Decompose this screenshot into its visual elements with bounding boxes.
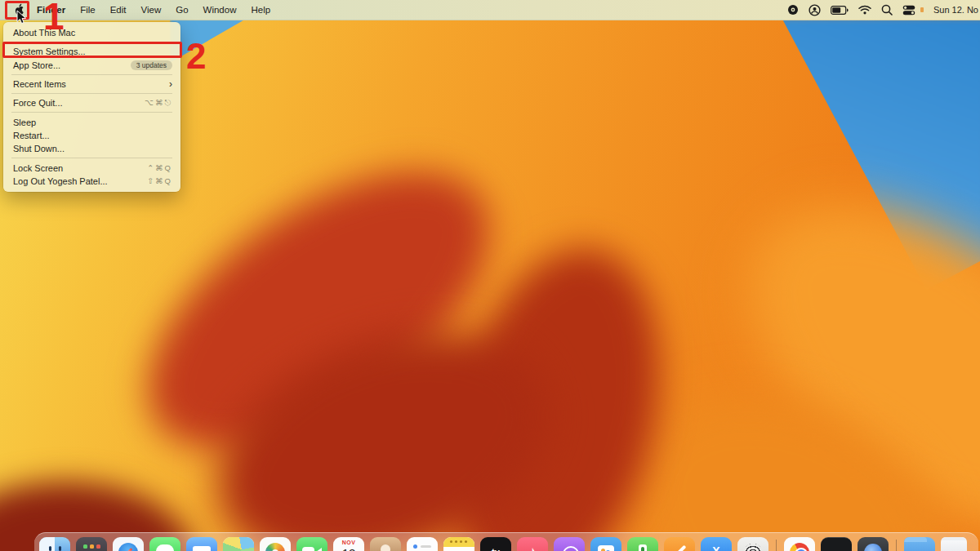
- dock-fingerprint-app-icon[interactable]: [737, 537, 768, 551]
- menu-bar-left: FinderFileEditViewGoWindowHelp: [0, 3, 278, 16]
- menu-separator: [11, 112, 172, 113]
- menu-item-label: Force Quit...: [13, 98, 63, 108]
- screen-recording-indicator-icon[interactable]: [787, 4, 799, 16]
- control-center-icon[interactable]: [902, 5, 915, 16]
- notification-dot-icon: [920, 7, 924, 12]
- dock: NOV12tv: [34, 532, 978, 551]
- mouse-cursor: [16, 10, 27, 24]
- dock-weather-icon[interactable]: [590, 537, 621, 551]
- menu-item-label: Shut Down...: [13, 144, 65, 153]
- dock-music-icon[interactable]: [517, 537, 548, 551]
- menubar-item-go[interactable]: Go: [168, 5, 195, 15]
- dock-contacts-icon[interactable]: [370, 537, 401, 551]
- keyboard-shortcut: ⌥⌘⎋: [145, 98, 172, 108]
- updates-badge: 3 updates: [131, 60, 172, 70]
- dock-launchpad-icon[interactable]: [76, 537, 107, 551]
- spotlight-search-icon[interactable]: [881, 4, 893, 16]
- menu-separator: [11, 93, 172, 94]
- menu-item-app-store[interactable]: App Store...3 updates: [3, 59, 180, 72]
- dock-separator: [896, 540, 897, 551]
- dock-photos-icon[interactable]: [260, 537, 291, 551]
- menu-item-shut-down[interactable]: Shut Down...: [3, 142, 180, 155]
- menubar-item-window[interactable]: Window: [196, 5, 244, 15]
- dock-mail-icon[interactable]: [186, 537, 217, 551]
- dock-messages-icon[interactable]: [149, 537, 180, 551]
- menu-item-sleep[interactable]: Sleep: [3, 115, 180, 128]
- menu-item-label: Recent Items: [13, 79, 66, 89]
- dock-separator: [776, 540, 777, 551]
- menu-item-label: App Store...: [13, 60, 60, 70]
- annotation-box-step2: [2, 42, 182, 58]
- calendar-month-label: NOV: [333, 540, 364, 545]
- dock-notes-icon[interactable]: [443, 537, 474, 551]
- annotation-number-1: 1: [43, 0, 65, 35]
- submenu-chevron-icon: ›: [169, 79, 172, 89]
- dock-podcasts-icon[interactable]: [554, 537, 585, 551]
- dock-facetime-icon[interactable]: [296, 537, 327, 551]
- menubar-item-view[interactable]: View: [134, 5, 169, 15]
- menu-bar-clock[interactable]: Sun 12. No: [933, 5, 978, 15]
- dock-blue-circle-app-icon[interactable]: [858, 537, 889, 551]
- battery-icon[interactable]: [831, 6, 849, 15]
- menu-item-label: Sleep: [13, 118, 36, 127]
- menu-bar: FinderFileEditViewGoWindowHelp: [0, 0, 980, 20]
- dock-reminders-icon[interactable]: [407, 537, 438, 551]
- menu-separator: [11, 74, 172, 75]
- dock-terminal-icon[interactable]: [821, 537, 852, 551]
- user-account-icon[interactable]: [808, 4, 821, 16]
- menubar-item-edit[interactable]: Edit: [103, 5, 134, 15]
- calendar-day-label: 12: [333, 546, 364, 551]
- menu-bar-status-area: Sun 12. No: [787, 4, 980, 16]
- menubar-item-help[interactable]: Help: [243, 5, 278, 15]
- dock-tv-icon[interactable]: tv: [480, 537, 511, 551]
- menu-item-label: Restart...: [13, 131, 50, 140]
- dock-pages-icon[interactable]: [664, 537, 695, 551]
- menu-item-log-out-yogesh-patel[interactable]: Log Out Yogesh Patel...⇧⌘Q: [3, 175, 180, 188]
- menu-separator: [11, 158, 172, 158]
- keyboard-shortcut: ⇧⌘Q: [147, 176, 172, 185]
- menu-item-restart[interactable]: Restart...: [3, 129, 180, 142]
- menubar-item-file[interactable]: File: [73, 5, 103, 15]
- menu-item-lock-screen[interactable]: Lock Screen⌃⌘Q: [3, 161, 180, 174]
- wifi-icon[interactable]: [858, 5, 871, 15]
- dock-maps-icon[interactable]: [223, 537, 254, 551]
- dock-safari-icon[interactable]: [113, 537, 144, 551]
- dock-green-app-icon[interactable]: [627, 537, 658, 551]
- dock-finder-icon[interactable]: [39, 537, 70, 551]
- dock-trash-icon[interactable]: [941, 537, 967, 551]
- menu-item-force-quit[interactable]: Force Quit...⌥⌘⎋: [3, 96, 180, 109]
- dock-chrome-icon[interactable]: [784, 537, 815, 551]
- tv-glyph: tv: [480, 547, 511, 551]
- menu-item-label: Log Out Yogesh Patel...: [13, 176, 108, 186]
- menu-item-recent-items[interactable]: Recent Items›: [3, 78, 180, 91]
- dock-keynote-icon[interactable]: [701, 537, 732, 551]
- annotation-number-2: 2: [186, 38, 206, 74]
- menu-item-about-this-mac[interactable]: About This Mac: [3, 26, 180, 39]
- menu-item-label: Lock Screen: [13, 163, 63, 173]
- keyboard-shortcut: ⌃⌘Q: [147, 163, 172, 172]
- dock-downloads-folder-icon[interactable]: [904, 537, 935, 551]
- dock-calendar-icon[interactable]: NOV12: [333, 537, 364, 551]
